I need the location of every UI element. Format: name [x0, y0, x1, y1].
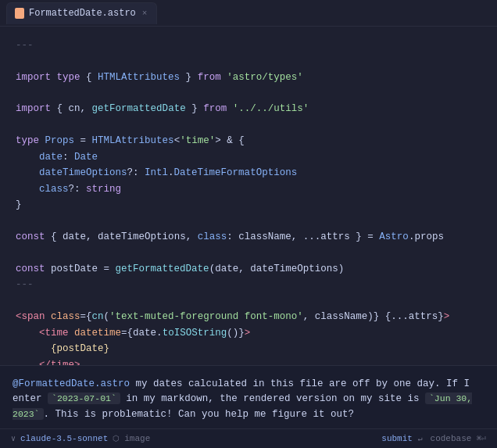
code-line: {postDate}	[16, 341, 481, 357]
code-line	[16, 213, 481, 229]
code-line: </time>	[16, 357, 481, 365]
submit-shortcut: ↵	[418, 435, 423, 443]
chat-text: @FormattedDate.astro my dates calculated…	[13, 377, 484, 422]
code-line: dateTimeOptions?: Intl.DateTimeFormatOpt…	[16, 165, 481, 181]
code-line: ---	[16, 38, 481, 54]
code-line: const postDate = getFormattedDate(date, …	[16, 261, 481, 278]
submit-label: submit	[381, 434, 413, 443]
model-dropdown-chevron[interactable]: ∨	[11, 434, 16, 443]
submit-button[interactable]: submit ↵	[381, 434, 422, 443]
codebase-label: codebase	[431, 434, 472, 443]
code-line: type Props = HTMLAttributes<'time'> & {	[16, 133, 481, 149]
code-line: <span class={cn('text-muted-foreground f…	[16, 309, 481, 325]
code-line	[16, 54, 481, 70]
chat-message: @FormattedDate.astro my dates calculated…	[13, 377, 484, 422]
tab-close-button[interactable]: ×	[141, 9, 149, 18]
code-snippet-1: `2023-07-01`	[48, 392, 120, 404]
separator: ⬡	[113, 434, 120, 443]
tab-bar: FormattedDate.astro ×	[0, 0, 497, 27]
tab-formatted-date[interactable]: FormattedDate.astro ×	[6, 2, 157, 24]
bottom-left-controls: ∨ claude-3.5-sonnet ⬡ image	[11, 434, 150, 443]
mention: @FormattedDate.astro	[13, 378, 130, 389]
codebase-shortcut: ⌘⏎	[477, 435, 486, 443]
code-line	[16, 117, 481, 133]
code-line: <time datetime={date.toISOString()}>	[16, 325, 481, 342]
code-line: ---	[16, 277, 481, 293]
code-line: }	[16, 197, 481, 213]
codebase-button[interactable]: codebase ⌘⏎	[431, 434, 486, 443]
bottom-bar: ∨ claude-3.5-sonnet ⬡ image submit ↵ cod…	[0, 428, 497, 448]
file-icon	[15, 8, 24, 19]
code-line: const { date, dateTimeOptions, class: cl…	[16, 229, 481, 246]
tab-label: FormattedDate.astro	[29, 8, 136, 19]
code-line: import { cn, getFormattedDate } from '..…	[16, 101, 481, 117]
code-line: date: Date	[16, 149, 481, 166]
chat-message-part3: . This is problematic! Can you help me f…	[44, 409, 355, 420]
chat-message-part2: in my markdown, the rendered version on …	[120, 393, 425, 404]
code-line	[16, 246, 481, 261]
chat-area: @FormattedDate.astro my dates calculated…	[0, 365, 497, 428]
code-line: import type { HTMLAttributes } from 'ast…	[16, 70, 481, 86]
code-line	[16, 293, 481, 309]
code-editor: --- import type { HTMLAttributes } from …	[0, 27, 497, 365]
image-label[interactable]: image	[124, 434, 150, 443]
code-line: class?: string	[16, 181, 481, 198]
bottom-right-controls: submit ↵ codebase ⌘⏎	[381, 434, 486, 443]
model-name[interactable]: claude-3.5-sonnet	[20, 434, 108, 443]
code-line	[16, 85, 481, 101]
